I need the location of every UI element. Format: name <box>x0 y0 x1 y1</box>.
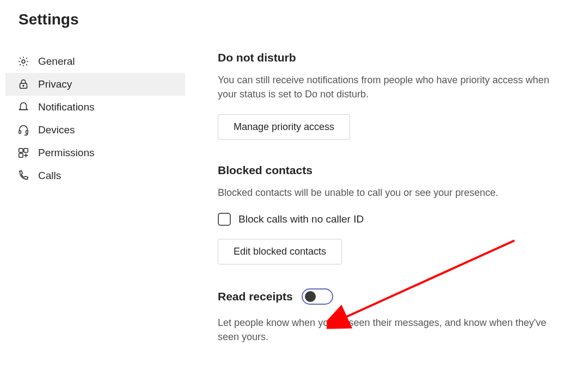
sidebar-item-label: Calls <box>38 170 61 182</box>
sidebar-item-label: General <box>38 56 75 67</box>
read-receipts-description: Let people know when you've seen their m… <box>218 316 566 344</box>
phone-icon <box>17 170 29 182</box>
blocked-heading: Blocked contacts <box>218 164 571 177</box>
manage-priority-access-button[interactable]: Manage priority access <box>218 114 350 140</box>
svg-rect-3 <box>19 131 21 134</box>
sidebar-item-calls[interactable]: Calls <box>5 164 185 187</box>
edit-blocked-contacts-button[interactable]: Edit blocked contacts <box>218 239 342 264</box>
block-no-caller-id-label: Block calls with no caller ID <box>238 213 364 225</box>
svg-point-0 <box>22 60 25 63</box>
blocked-contacts-section: Blocked contacts Blocked contacts will b… <box>218 164 571 264</box>
sidebar-item-permissions[interactable]: Permissions <box>5 141 185 164</box>
lock-icon <box>17 78 29 90</box>
sidebar-item-label: Permissions <box>38 147 94 159</box>
sidebar-item-label: Notifications <box>38 101 95 113</box>
sidebar-item-privacy[interactable]: Privacy <box>5 73 185 96</box>
svg-rect-5 <box>19 149 23 152</box>
block-no-caller-id-checkbox[interactable] <box>218 213 231 226</box>
sidebar-item-notifications[interactable]: Notifications <box>5 96 185 119</box>
sidebar-item-general[interactable]: General <box>5 50 185 73</box>
sidebar-item-devices[interactable]: Devices <box>5 119 185 141</box>
settings-sidebar: General Privacy <box>5 50 185 357</box>
sidebar-item-label: Privacy <box>38 78 72 90</box>
read-receipts-heading: Read receipts <box>218 290 293 303</box>
gear-icon <box>17 56 29 67</box>
blocked-description: Blocked contacts will be unable to call … <box>218 186 566 200</box>
svg-rect-4 <box>26 131 28 134</box>
bell-icon <box>17 101 29 113</box>
do-not-disturb-section: Do not disturb You can still receive not… <box>218 51 571 140</box>
svg-point-2 <box>23 85 24 86</box>
read-receipts-section: Read receipts Let people know when you'v… <box>218 288 571 344</box>
svg-rect-7 <box>19 153 23 157</box>
sidebar-item-label: Devices <box>38 124 75 136</box>
svg-rect-6 <box>24 149 28 152</box>
dnd-heading: Do not disturb <box>218 51 571 64</box>
page-title: Settings <box>19 11 571 28</box>
toggle-knob <box>305 291 316 302</box>
apps-icon <box>17 147 29 159</box>
read-receipts-toggle[interactable] <box>302 288 333 305</box>
settings-content: Do not disturb You can still receive not… <box>218 50 571 357</box>
headset-icon <box>17 124 29 136</box>
dnd-description: You can still receive notifications from… <box>218 73 566 101</box>
